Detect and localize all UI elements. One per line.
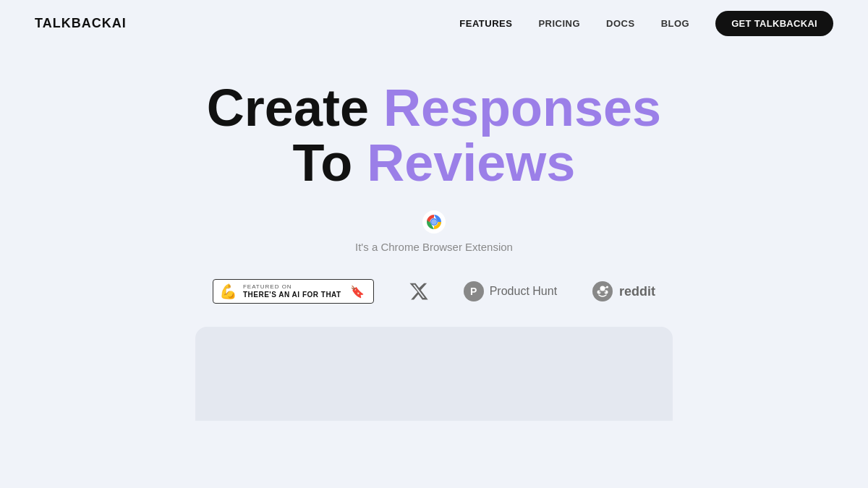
reddit-label: reddit: [619, 284, 655, 299]
ai-badge-name: THERE'S AN AI FOR THAT: [243, 291, 341, 299]
svg-point-10: [600, 291, 601, 293]
logos-row: 💪 FEATURED ON THERE'S AN AI FOR THAT 🔖 P…: [213, 279, 655, 304]
headline-create: Create: [207, 79, 369, 137]
product-hunt-logo[interactable]: P Product Hunt: [464, 281, 557, 301]
nav-pricing[interactable]: PRICING: [538, 18, 580, 29]
product-hunt-label: Product Hunt: [490, 285, 557, 298]
hero-headline: Create Responses To Reviews: [207, 81, 661, 190]
nav-features[interactable]: FEATURES: [459, 18, 512, 29]
ai-badge-featured-label: FEATURED ON: [243, 284, 341, 291]
chrome-subtitle: It's a Chrome Browser Extension: [355, 241, 513, 253]
headline-responses: Responses: [383, 79, 661, 137]
svg-point-3: [432, 220, 437, 225]
nav-links: FEATURES PRICING DOCS BLOG GET TALKBACKA…: [459, 11, 833, 36]
ai-badge-bookmark-icon: 🔖: [350, 285, 365, 299]
ai-badge[interactable]: 💪 FEATURED ON THERE'S AN AI FOR THAT 🔖: [213, 279, 374, 304]
ai-badge-text: FEATURED ON THERE'S AN AI FOR THAT: [243, 284, 341, 299]
nav-blog[interactable]: BLOG: [661, 18, 690, 29]
logo[interactable]: TALKBACKAI: [35, 16, 127, 31]
product-hunt-icon: P: [464, 281, 484, 301]
bottom-card-preview: [195, 327, 673, 421]
svg-point-11: [605, 291, 606, 293]
ai-badge-muscle-icon: 💪: [219, 284, 237, 299]
navbar: TALKBACKAI FEATURES PRICING DOCS BLOG GE…: [0, 0, 868, 46]
chrome-icon-wrapper: [422, 210, 446, 234]
reddit-icon: [592, 281, 613, 302]
chrome-icon: [422, 210, 446, 234]
svg-point-4: [592, 281, 613, 301]
x-logo[interactable]: [409, 281, 429, 301]
headline-line2: To Reviews: [207, 136, 661, 191]
headline-line1: Create Responses: [207, 81, 661, 136]
hero-section: Create Responses To Reviews: [0, 46, 868, 435]
x-icon: [409, 281, 429, 301]
headline-to: To: [293, 134, 353, 192]
cta-button[interactable]: GET TALKBACKAI: [715, 11, 833, 36]
reddit-logo[interactable]: reddit: [592, 281, 655, 302]
headline-reviews: Reviews: [367, 134, 575, 192]
nav-docs[interactable]: DOCS: [606, 18, 635, 29]
